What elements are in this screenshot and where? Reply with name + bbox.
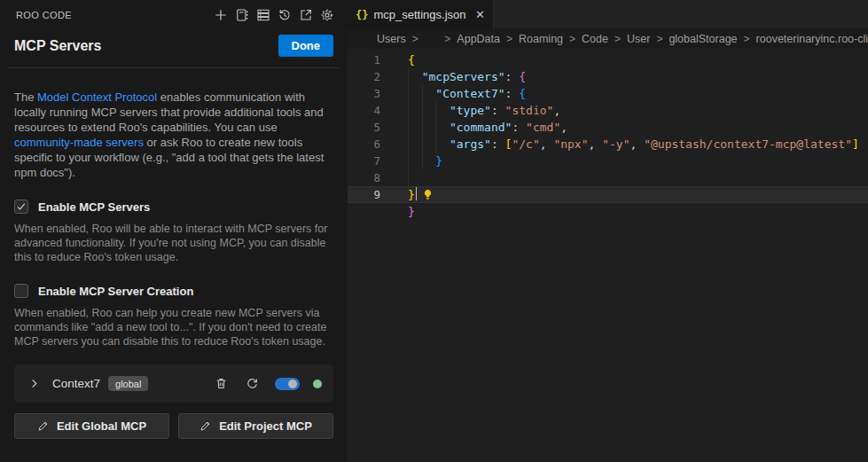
mcp-settings-panel: ROO CODE	[0, 0, 348, 462]
plus-icon[interactable]	[213, 7, 228, 22]
header-toolbar	[213, 7, 334, 22]
close-tab-icon[interactable]: ✕	[475, 9, 485, 20]
edit-project-mcp-label: Edit Project MCP	[219, 419, 312, 433]
breadcrumb-separator: >	[656, 33, 662, 45]
done-button[interactable]: Done	[278, 35, 334, 57]
breadcrumb-separator: >	[412, 33, 418, 45]
enable-mcp-creation-description: When enabled, Roo can help you create ne…	[14, 306, 333, 348]
code-line[interactable]: 1{	[348, 51, 868, 68]
code-line-content: "Context7": {	[404, 85, 526, 102]
settings-gear-icon[interactable]	[319, 7, 334, 22]
breadcrumb-item[interactable]: globalStorage	[669, 33, 737, 45]
history-icon[interactable]	[277, 7, 292, 22]
breadcrumb-item[interactable]: rooveterinaryinc.roo-cli	[756, 33, 868, 45]
mcp-description: The Model Context Protocol enables commu…	[14, 90, 333, 180]
breadcrumb-item[interactable]: AppData	[457, 33, 500, 45]
code-line-content: }	[404, 186, 417, 203]
scope-badge: global	[108, 376, 148, 391]
delete-server-icon[interactable]	[213, 376, 229, 392]
code-editor[interactable]: 1{2 "mcpServers": {3 "Context7": {4 "typ…	[348, 49, 868, 462]
code-line[interactable]: 4 "type": "stdio",	[348, 102, 868, 119]
code-line[interactable]: 7 }	[348, 153, 868, 169]
code-line[interactable]: 8 }	[348, 169, 868, 186]
panel-subheader: MCP Servers Done	[0, 26, 348, 66]
breadcrumb-separator: >	[444, 33, 450, 45]
community-servers-link[interactable]: community-made servers	[14, 136, 144, 149]
edit-global-mcp-button[interactable]: Edit Global MCP	[14, 413, 169, 439]
code-line-content: }	[404, 169, 436, 186]
enable-mcp-servers-description: When enabled, Roo will be able to intera…	[14, 222, 333, 264]
json-file-icon: {}	[356, 9, 368, 21]
line-number: 3	[348, 85, 404, 102]
breadcrumb-separator: >	[569, 33, 575, 45]
roo-code-brand: ROO CODE	[16, 10, 72, 20]
code-line[interactable]: 6 "args": ["/c", "npx", "-y", "@upstash/…	[348, 136, 868, 153]
page-title: MCP Servers	[14, 38, 101, 54]
server-status-dot	[313, 380, 322, 388]
expand-chevron-icon[interactable]	[26, 376, 42, 392]
line-number: 6	[348, 136, 404, 153]
line-number: 5	[348, 119, 404, 136]
server-name: Context7	[52, 377, 100, 390]
code-lines: 1{2 "mcpServers": {3 "Context7": {4 "typ…	[348, 51, 868, 203]
code-line-content: "mcpServers": {	[404, 68, 526, 85]
breadcrumb-separator: >	[614, 33, 621, 45]
check-icon	[16, 201, 27, 212]
line-number: 1	[348, 51, 404, 68]
editor-group: {} mcp_settings.json ✕ Users>>AppData>Ro…	[348, 0, 868, 462]
code-line[interactable]: 5 "command": "cmd",	[348, 119, 868, 136]
line-number: 7	[348, 153, 404, 169]
panel-content: The Model Context Protocol enables commu…	[0, 68, 348, 462]
code-line-content: {	[404, 51, 415, 68]
line-number: 4	[348, 102, 404, 119]
enable-mcp-servers-section: Enable MCP Servers When enabled, Roo wil…	[14, 200, 333, 264]
enable-mcp-creation-row: Enable MCP Server Creation	[14, 284, 333, 298]
toggle-knob	[288, 380, 297, 388]
enable-mcp-servers-row: Enable MCP Servers	[14, 200, 333, 214]
code-line-content: "args": ["/c", "npx", "-y", "@upstash/co…	[404, 136, 859, 153]
roo-code-mcp-window: ROO CODE	[0, 0, 868, 462]
line-number: 9	[348, 186, 404, 203]
server-row-context7: Context7 global	[14, 364, 333, 403]
enable-mcp-servers-checkbox[interactable]	[14, 200, 28, 214]
enable-mcp-creation-label: Enable MCP Server Creation	[38, 285, 193, 298]
breadcrumb: Users>>AppData>Roaming>Code>User>globalS…	[348, 29, 868, 49]
enable-mcp-servers-label: Enable MCP Servers	[38, 200, 150, 214]
enable-mcp-creation-checkbox[interactable]	[14, 284, 28, 298]
breadcrumb-item[interactable]: Users	[377, 33, 406, 45]
code-line-content: "type": "stdio",	[404, 102, 560, 119]
footer-buttons: Edit Global MCP Edit Project MCP	[14, 413, 333, 439]
empty-tab-strip	[494, 0, 868, 29]
text-cursor	[416, 187, 418, 200]
breadcrumb-separator: >	[506, 33, 512, 45]
open-external-icon[interactable]	[298, 7, 313, 22]
edit-project-mcp-button[interactable]: Edit Project MCP	[178, 413, 333, 439]
enable-mcp-creation-section: Enable MCP Server Creation When enabled,…	[14, 284, 333, 348]
description-text: The	[14, 90, 37, 104]
mcp-server-icon[interactable]	[255, 7, 270, 22]
panel-header: ROO CODE	[0, 0, 348, 26]
tab-title: mcp_settings.json	[373, 8, 465, 21]
pencil-icon	[199, 420, 211, 432]
code-line[interactable]: 9}	[348, 186, 868, 203]
line-number: 2	[348, 68, 404, 85]
code-line[interactable]: 2 "mcpServers": {	[348, 68, 868, 85]
model-context-protocol-link[interactable]: Model Context Protocol	[37, 90, 157, 104]
breadcrumb-item[interactable]: Roaming	[519, 33, 563, 45]
edit-global-mcp-label: Edit Global MCP	[57, 419, 146, 433]
notebook-icon[interactable]	[234, 7, 249, 22]
line-number: 8	[348, 169, 404, 186]
tab-bar: {} mcp_settings.json ✕	[348, 0, 868, 29]
breadcrumb-item[interactable]: Code	[582, 33, 608, 45]
breadcrumb-separator: >	[744, 33, 750, 45]
code-line-content: "command": "cmd",	[404, 119, 567, 136]
restart-server-icon[interactable]	[244, 376, 260, 392]
code-line-content: }	[404, 153, 442, 169]
server-enabled-toggle[interactable]	[275, 378, 300, 390]
pencil-icon	[37, 420, 49, 432]
breadcrumb-item[interactable]: User	[627, 33, 650, 45]
code-line[interactable]: 3 "Context7": {	[348, 85, 868, 102]
tab-mcp-settings-json[interactable]: {} mcp_settings.json ✕	[348, 0, 494, 29]
